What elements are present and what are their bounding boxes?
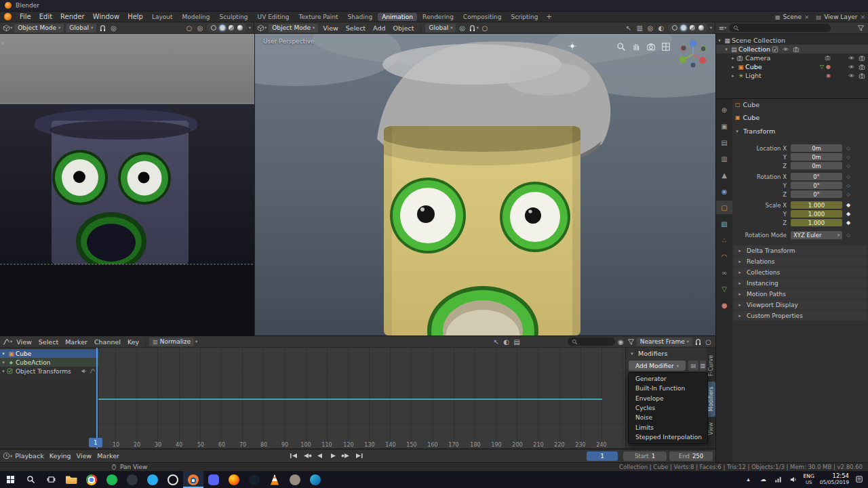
- viewport-menu-select[interactable]: Select: [343, 24, 368, 32]
- outliner-filter-icon[interactable]: [856, 23, 865, 33]
- snap-magnet-icon[interactable]: [98, 23, 107, 33]
- perspective-toggle-icon[interactable]: [661, 42, 671, 52]
- snap-mode-dropdown[interactable]: Nearest Frame▾: [637, 338, 692, 346]
- timeline-menu-keying[interactable]: Keying: [47, 452, 74, 460]
- outliner-item-label[interactable]: Collection: [738, 45, 770, 53]
- scene-selector[interactable]: ▦ Scene ×: [775, 14, 810, 20]
- menu-item-cycles[interactable]: Cycles: [629, 403, 707, 413]
- rendered-shading-icon[interactable]: [698, 25, 704, 30]
- zoom-icon[interactable]: [616, 42, 626, 52]
- graph-menu-key[interactable]: Key: [125, 338, 142, 346]
- workspace-tab-layout[interactable]: Layout: [148, 13, 177, 21]
- frame-end-field[interactable]: End250: [669, 451, 713, 461]
- start-button[interactable]: [0, 471, 20, 488]
- vlc-icon[interactable]: [264, 471, 285, 488]
- main-orientation-dropdown[interactable]: Global▾: [425, 24, 456, 33]
- left-orientation-dropdown[interactable]: Global▾: [66, 24, 96, 33]
- snap-magnet-icon[interactable]: ▾: [469, 23, 478, 33]
- keyframe-decorator-icon[interactable]: ◇: [842, 192, 854, 197]
- main-mode-dropdown[interactable]: Object Mode▾: [269, 24, 318, 33]
- channel-label[interactable]: Object Transforms: [16, 368, 71, 375]
- outliner-item-label[interactable]: Camera: [745, 54, 770, 62]
- keyframe-decorator-icon[interactable]: ◆: [842, 211, 854, 217]
- scale-z-field[interactable]: 1.000: [791, 219, 842, 226]
- pan-hand-icon[interactable]: [631, 42, 641, 52]
- menu-edit[interactable]: Edit: [35, 13, 56, 20]
- menu-item-envelope[interactable]: Envelope: [629, 394, 707, 403]
- workspace-tab-shading[interactable]: Shading: [344, 13, 377, 21]
- tab-constraints[interactable]: ∞: [716, 266, 732, 279]
- view-layer-selector-label[interactable]: View Layer: [824, 14, 857, 20]
- rotation-y-field[interactable]: 0°: [791, 182, 842, 189]
- panel-relations[interactable]: ▸Relations: [734, 256, 867, 266]
- menu-help[interactable]: Help: [123, 13, 147, 20]
- frame-start-field[interactable]: Start1: [623, 451, 667, 461]
- disable-render-icon[interactable]: [859, 73, 865, 79]
- panel-instancing[interactable]: ▸Instancing: [734, 278, 867, 288]
- jump-to-start-button[interactable]: [288, 451, 301, 461]
- toolbar-collapse-arrow-icon[interactable]: ‹: [1, 39, 4, 47]
- main-3d-viewport[interactable]: User Perspective: [254, 34, 715, 336]
- outliner-row-scene-collection[interactable]: ▾ ▦ Scene Collection: [716, 36, 868, 45]
- graph-menu-channel[interactable]: Channel: [92, 338, 123, 346]
- channel-row-action[interactable]: ▾ ◆ CubeAction: [0, 358, 98, 367]
- play-reverse-button[interactable]: [314, 451, 327, 461]
- show-overlays-icon[interactable]: ◎: [646, 23, 655, 33]
- keyframe-decorator-icon[interactable]: ◇: [842, 174, 854, 180]
- tab-scene[interactable]: ▲: [716, 168, 732, 182]
- editor-type-graph-icon[interactable]: ▾: [3, 337, 12, 346]
- tab-output[interactable]: ▤: [716, 136, 732, 149]
- disclosure-triangle-icon[interactable]: ▾: [0, 360, 7, 365]
- normalize-toggle[interactable]: ▥Normalize: [149, 338, 194, 346]
- firefox-icon[interactable]: [224, 471, 244, 488]
- gimp-icon[interactable]: [285, 471, 305, 488]
- action-center-icon[interactable]: [854, 475, 864, 483]
- workspace-tab-modeling[interactable]: Modeling: [178, 13, 214, 21]
- previous-keyframe-button[interactable]: [301, 451, 314, 461]
- search-button[interactable]: [20, 471, 41, 488]
- play-button[interactable]: [327, 451, 340, 461]
- tab-tool[interactable]: ⊕: [716, 103, 732, 117]
- tab-material[interactable]: ●: [716, 298, 732, 312]
- wireframe-shading-icon[interactable]: [211, 25, 216, 30]
- add-modifier-button[interactable]: Add Modifier▾: [629, 361, 686, 371]
- panel-expand-icon[interactable]: ▾: [734, 129, 741, 134]
- shading-dropdown-icon[interactable]: ▾: [249, 25, 251, 30]
- chrome-icon[interactable]: [81, 471, 102, 488]
- menu-item-generator[interactable]: Generator: [629, 374, 707, 384]
- pivot-point-icon[interactable]: ◎: [458, 23, 467, 33]
- playhead-frame-label[interactable]: 1: [89, 438, 102, 447]
- disable-render-icon[interactable]: [859, 55, 865, 62]
- workspace-tab-scripting[interactable]: Scripting: [507, 13, 542, 21]
- channel-row-object-transforms[interactable]: ▾ Object Transforms: [0, 367, 98, 375]
- cloud-sync-icon[interactable]: ☁: [759, 476, 768, 483]
- show-overlays-icon[interactable]: ◎: [196, 23, 205, 33]
- object-name-value[interactable]: Cube: [743, 114, 760, 121]
- spotify-icon[interactable]: [102, 471, 122, 488]
- channel-label[interactable]: CubeAction: [16, 359, 50, 366]
- jump-to-end-button[interactable]: [353, 451, 366, 461]
- taskbar-clock[interactable]: 12:54 05/05/2019: [820, 473, 849, 485]
- location-z-field[interactable]: 0m: [791, 162, 842, 169]
- rendered-shading-icon[interactable]: [237, 25, 243, 30]
- solid-shading-icon[interactable]: [681, 25, 686, 30]
- modifiers-panel-header[interactable]: ▾ Modifiers: [629, 350, 667, 357]
- tab-world[interactable]: ◉: [716, 184, 732, 198]
- timeline-menu-playback[interactable]: Playback: [12, 452, 46, 460]
- disclosure-triangle-icon[interactable]: ▾: [716, 38, 723, 43]
- channel-search-input[interactable]: [568, 338, 615, 346]
- panel-custom-properties[interactable]: ▸Custom Properties: [734, 310, 867, 321]
- keyframe-decorator-icon[interactable]: ◆: [842, 220, 854, 226]
- channel-mute-speaker-icon[interactable]: [81, 368, 87, 374]
- timeline-menu-marker[interactable]: Marker: [94, 452, 122, 460]
- outliner-item-label[interactable]: Light: [745, 72, 762, 79]
- menu-item-limits[interactable]: Limits: [629, 422, 707, 432]
- location-x-field[interactable]: 0m: [791, 144, 842, 152]
- viewport-menu-view[interactable]: View: [320, 24, 341, 32]
- material-shading-icon[interactable]: [690, 25, 695, 30]
- menu-file[interactable]: File: [16, 13, 35, 20]
- paste-modifier-icon[interactable]: ▥: [700, 361, 706, 371]
- camera-view-icon[interactable]: [646, 42, 656, 52]
- obs-studio-icon[interactable]: [163, 471, 183, 488]
- proportional-editing-icon[interactable]: ◎: [109, 23, 118, 33]
